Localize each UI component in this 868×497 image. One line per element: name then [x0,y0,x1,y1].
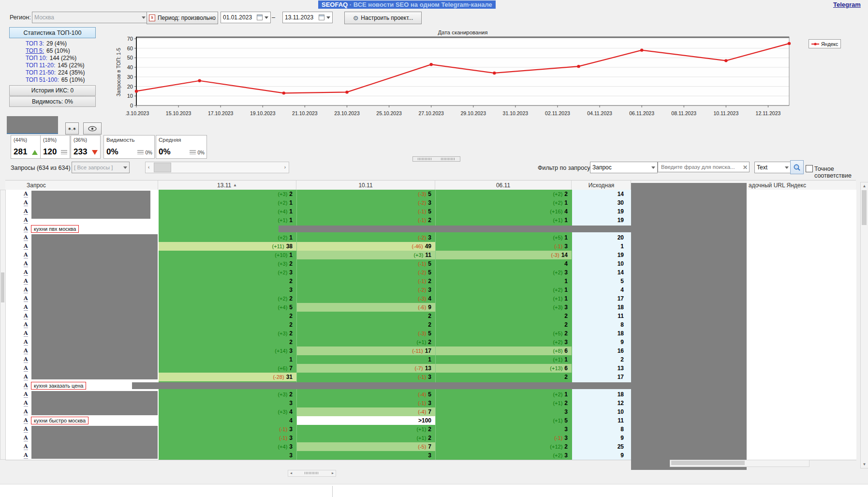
date-from-picker[interactable]: 01.01.2023 [221,12,271,23]
scrollbar-thumb[interactable] [1,272,4,302]
search-button[interactable] [790,160,804,174]
table-vertical-scrollbar-right[interactable]: ▲ ▼ [860,182,868,468]
scroll-right-arrow-icon[interactable]: ▸ [331,471,335,475]
yandex-series-marker-icon [811,42,819,46]
stats-top100-button[interactable]: Статистика ТОП-100 [9,27,96,38]
column-header-13-11[interactable]: 13.11▲ [158,182,296,189]
date-to-picker[interactable]: 13.11.2023 [282,12,333,23]
top-stat-row-4[interactable]: ТОП 21-50:224 (35%) [26,69,108,76]
pos-10-11: (+1)2 [297,338,435,346]
svg-text:04.11.2023: 04.11.2023 [587,110,612,116]
subdomain-toggle-button[interactable]: ∗.∗ [65,122,79,135]
filter-label: Фильтр по запросу: [538,165,592,171]
clear-search-icon[interactable]: ✕ [743,164,748,171]
pos-06-11: (+1)2 [436,399,572,407]
top-stat-label[interactable]: ТОП 11-20: [26,62,55,69]
svg-text:27.10.2023: 27.10.2023 [418,110,444,116]
top-stat-label[interactable]: ТОП 51-100: [26,76,59,83]
svg-text:50: 50 [127,55,133,60]
query-type-icon: A [24,408,28,415]
pos-source: 25 [572,442,632,451]
column-header-query[interactable]: Запрос [27,182,46,189]
query-keyword[interactable]: кухни пвх москва [31,225,79,233]
query-type-icon: A [24,278,28,285]
top-stat-value: 144 (22%) [50,55,76,61]
scroll-left-arrow-icon[interactable]: ‹ [148,162,149,173]
pos-source: 9 [572,434,632,442]
pos-10-11: 3 [297,451,435,460]
footer-strip [0,484,868,497]
top-stat-row-2[interactable]: ТОП 10:144 (22%) [26,55,108,62]
iks-history-button[interactable]: История ИКС: 0 [9,85,96,96]
pos-10-11: (-3)5 [297,329,435,338]
top-stat-label[interactable]: ТОП 5: [26,47,44,54]
query-type-icon: A [24,199,28,206]
query-panel-mini-scrollbar[interactable]: ◂ ▸ [288,470,336,477]
scroll-up-arrow-icon[interactable]: ▲ [861,184,868,188]
seofaq-banner[interactable]: SEOFAQ · ВСЕ новости SEO на одном Telegr… [318,0,496,9]
visibility-box: Видимость 0% 0% [103,135,155,159]
query-names-redaction [31,191,150,219]
column-header-url[interactable]: адочный URL Яндекс [749,182,806,189]
average-sub-value: 0% [198,150,205,155]
queries-group-select[interactable]: [ Все запросы ] [72,162,130,173]
pos-13-11: (+3)2 [159,259,296,268]
scrollbar-thumb[interactable] [671,461,745,465]
pos-10-11: (-2)3 [297,198,435,207]
seo-rank-tracker-window: Регион: Москва 5 Период: произвольно 01.… [0,0,868,497]
scroll-right-arrow-icon[interactable]: › [284,162,286,173]
query-type-icon: A [24,400,28,407]
data-point [788,42,791,45]
pos-06-11: (+2)3 [436,451,572,460]
configure-project-label: Настроить проект... [361,15,413,21]
bottom-horizontal-scrollbar[interactable] [670,460,809,467]
pos-source: 17 [572,294,632,303]
visibility-button[interactable]: Видимость: 0% [9,96,96,107]
exact-match-checkbox[interactable] [806,165,813,172]
top-stat-row-3[interactable]: ТОП 11-20:145 (22%) [26,62,108,69]
top-stat-label[interactable]: ТОП 21-50: [26,69,56,76]
summary-up-count: 281 [14,147,27,157]
search-input[interactable] [658,162,750,172]
top-stat-row-0[interactable]: ТОП 3:29 (4%) [26,40,108,47]
top-stat-label[interactable]: ТОП 3: [26,40,44,47]
chart-legend: Яндекс [809,39,841,48]
queries-horizontal-scrollbar[interactable]: ‹ › [145,162,289,173]
region-select[interactable]: Москва [32,12,148,23]
query-type-icon: A [24,295,28,302]
scroll-down-arrow-icon[interactable]: ▼ [861,462,868,467]
scrollbar-thumb[interactable] [154,163,171,172]
query-type-icon: A [24,252,28,258]
search-type-select[interactable]: Text [754,162,791,173]
query-keyword[interactable]: кухни быстро москва [31,417,88,424]
filter-field-select[interactable]: Запрос [590,162,658,173]
average-value: 0% [159,147,171,157]
query-type-icon: A [24,269,28,276]
pos-06-11: 4 [436,259,572,268]
column-header-source[interactable]: Исходная [572,182,631,189]
top-stat-label[interactable]: ТОП 10: [26,55,47,61]
average-box: Средняя 0% 0% [156,135,207,159]
pos-source: 1 [572,242,632,251]
query-type-icon: A [24,304,28,311]
scrollbar-thumb[interactable] [862,190,867,225]
top-stat-row-1[interactable]: ТОП 5:65 (10%) [26,47,108,55]
row-redaction-bar [279,226,637,232]
pos-06-11: (-1)3 [436,434,572,442]
watch-button[interactable] [83,122,102,135]
column-header-06-11[interactable]: 06.11 [435,182,571,189]
table-vertical-scrollbar-left[interactable] [0,190,6,460]
chart-table-splitter[interactable] [412,156,460,162]
telegram-link[interactable]: Telegram [833,1,861,8]
pos-source: 16 [572,346,632,355]
top-stat-row-5[interactable]: ТОП 51-100:65 (10%) [26,76,108,84]
column-header-10-11[interactable]: 10.11 [296,182,435,189]
scroll-left-arrow-icon[interactable]: ◂ [289,471,293,475]
top-positions-list: ТОП 3:29 (4%)ТОП 5:65 (10%)ТОП 10:144 (2… [26,40,108,84]
period-button[interactable]: 5 Период: произвольно [147,12,218,24]
pos-10-11: (-1)2 [297,277,435,286]
configure-project-button[interactable]: ⚙ Настроить проект... [344,12,422,24]
query-keyword[interactable]: кухня заказать цена [31,382,86,390]
region-value: Москва [34,14,54,21]
pos-source: 14 [572,190,632,198]
